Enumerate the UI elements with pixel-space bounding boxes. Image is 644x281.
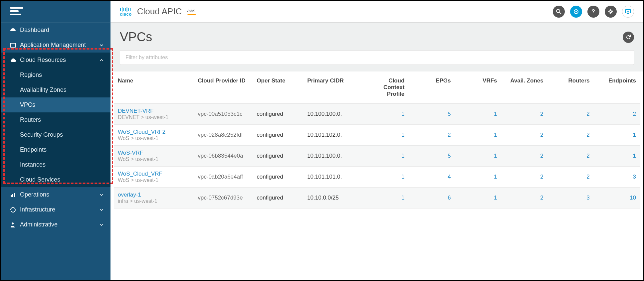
col-cloud-context-profile[interactable]: Cloud Context Profile bbox=[362, 71, 408, 104]
sidebar-item-administrative[interactable]: Administrative bbox=[1, 217, 110, 232]
gear-icon bbox=[608, 9, 613, 14]
vpc-name-link[interactable]: WoS_Cloud_VRF bbox=[118, 171, 190, 177]
cell-oper-state: configured bbox=[253, 104, 303, 125]
cell-endpoints[interactable]: 2 bbox=[594, 104, 640, 125]
cell-provider-id: vpc-00a51053c1c bbox=[194, 104, 253, 125]
chevron-down-icon bbox=[99, 43, 104, 48]
sidebar-sub-vpcs[interactable]: VPCs bbox=[1, 97, 110, 112]
vpc-name-sub: DEVNET > us-west-1 bbox=[118, 114, 190, 120]
cell-routers[interactable]: 2 bbox=[547, 125, 594, 146]
table-wrap: Name Cloud Provider ID Oper State Primar… bbox=[110, 71, 643, 280]
vpc-name-sub: infra > us-west-1 bbox=[118, 198, 190, 204]
sidebar-item-dashboard[interactable]: Dashboard bbox=[1, 23, 110, 38]
sidebar-item-label: Instances bbox=[20, 161, 46, 168]
col-avail-zones[interactable]: Avail. Zones bbox=[501, 71, 547, 104]
filter-input[interactable] bbox=[120, 50, 634, 65]
vpc-name-link[interactable]: overlay-1 bbox=[118, 192, 190, 198]
sidebar-sub-routers[interactable]: Routers bbox=[1, 112, 110, 127]
table-header-row: Name Cloud Provider ID Oper State Primar… bbox=[114, 71, 640, 104]
sidebar-sub-cloud-services[interactable]: Cloud Services bbox=[1, 172, 110, 187]
cell-cloud-ctx[interactable]: 1 bbox=[362, 104, 408, 125]
svg-point-4 bbox=[12, 222, 14, 224]
admin-icon bbox=[10, 222, 20, 228]
col-endpoints[interactable]: Endpoints bbox=[594, 71, 640, 104]
cell-routers[interactable]: 2 bbox=[547, 104, 594, 125]
cell-vrfs[interactable]: 1 bbox=[455, 125, 501, 146]
cell-endpoints[interactable]: 1 bbox=[594, 125, 640, 146]
cell-endpoints[interactable]: 3 bbox=[594, 167, 640, 188]
vpc-name-sub: WoS > us-west-1 bbox=[118, 156, 190, 162]
sidebar-sub-instances[interactable]: Instances bbox=[1, 157, 110, 172]
cell-epgs[interactable]: 5 bbox=[408, 146, 455, 167]
col-oper-state[interactable]: Oper State bbox=[253, 71, 303, 104]
vpc-name-link[interactable]: WoS-VRF bbox=[118, 150, 190, 156]
cell-zones[interactable]: 2 bbox=[501, 146, 547, 167]
svg-rect-12 bbox=[627, 13, 629, 14]
cell-routers[interactable]: 2 bbox=[547, 146, 594, 167]
col-primary-cidr[interactable]: Primary CIDR bbox=[303, 71, 362, 104]
chevron-down-icon bbox=[99, 222, 104, 227]
cell-primary-cidr: 10.101.100.0. bbox=[303, 146, 362, 167]
cell-cloud-ctx[interactable]: 1 bbox=[362, 167, 408, 188]
sidebar-item-cloud-resources[interactable]: Cloud Resources bbox=[1, 53, 110, 68]
cell-epgs[interactable]: 2 bbox=[408, 125, 455, 146]
cell-zones[interactable]: 2 bbox=[501, 104, 547, 125]
vpc-name-link[interactable]: DEVNET-VRF bbox=[118, 108, 190, 114]
search-button[interactable] bbox=[553, 6, 565, 18]
vpc-table: Name Cloud Provider ID Oper State Primar… bbox=[114, 71, 640, 209]
infrastructure-icon bbox=[10, 207, 20, 213]
cell-primary-cidr: 10.10.0.0/25 bbox=[303, 188, 362, 209]
settings-button[interactable] bbox=[605, 6, 617, 18]
sidebar-item-label: Security Groups bbox=[20, 131, 63, 138]
cell-zones[interactable]: 2 bbox=[501, 188, 547, 209]
table-row[interactable]: WoS_Cloud_VRFWoS > us-west-1vpc-0ab20a6e… bbox=[114, 167, 640, 188]
cell-zones[interactable]: 2 bbox=[501, 167, 547, 188]
sidebar-item-operations[interactable]: Operations bbox=[1, 187, 110, 202]
cell-endpoints[interactable]: 1 bbox=[594, 146, 640, 167]
cell-cloud-ctx[interactable]: 1 bbox=[362, 188, 408, 209]
cell-zones[interactable]: 2 bbox=[501, 125, 547, 146]
sidebar-toggle[interactable] bbox=[1, 1, 110, 23]
table-row[interactable]: WoS_Cloud_VRF2WoS > us-west-1vpc-028a8c2… bbox=[114, 125, 640, 146]
refresh-button[interactable] bbox=[623, 32, 634, 43]
col-provider-id[interactable]: Cloud Provider ID bbox=[194, 71, 253, 104]
table-row[interactable]: DEVNET-VRFDEVNET > us-west-1vpc-00a51053… bbox=[114, 104, 640, 125]
cell-epgs[interactable]: 5 bbox=[408, 104, 455, 125]
col-routers[interactable]: Routers bbox=[547, 71, 594, 104]
svg-point-11 bbox=[627, 11, 629, 12]
user-button[interactable] bbox=[622, 6, 634, 18]
vpc-name-link[interactable]: WoS_Cloud_VRF2 bbox=[118, 129, 190, 135]
sidebar-sub-endpoints[interactable]: Endpoints bbox=[1, 142, 110, 157]
sidebar-sub-availability-zones[interactable]: Availability Zones bbox=[1, 82, 110, 97]
sidebar-item-label: Cloud Resources bbox=[20, 57, 99, 64]
cell-endpoints[interactable]: 10 bbox=[594, 188, 640, 209]
cell-cloud-ctx[interactable]: 1 bbox=[362, 146, 408, 167]
table-row[interactable]: overlay-1infra > us-west-1vpc-0752c67d93… bbox=[114, 188, 640, 209]
feedback-button[interactable] bbox=[570, 6, 582, 18]
sidebar-item-label: VPCs bbox=[20, 101, 35, 108]
col-vrfs[interactable]: VRFs bbox=[455, 71, 501, 104]
cell-cloud-ctx[interactable]: 1 bbox=[362, 125, 408, 146]
help-button[interactable]: ? bbox=[587, 6, 599, 18]
cell-provider-id: vpc-0ab20a6e4aff bbox=[194, 167, 253, 188]
sidebar-item-application-management[interactable]: Application Management bbox=[1, 38, 110, 53]
sidebar-sub-security-groups[interactable]: Security Groups bbox=[1, 127, 110, 142]
cell-routers[interactable]: 2 bbox=[547, 167, 594, 188]
table-row[interactable]: WoS-VRFWoS > us-west-1vpc-06b83544e0acon… bbox=[114, 146, 640, 167]
cell-routers[interactable]: 3 bbox=[547, 188, 594, 209]
cell-vrfs[interactable]: 1 bbox=[455, 167, 501, 188]
cell-epgs[interactable]: 6 bbox=[408, 188, 455, 209]
cell-primary-cidr: 10.101.101.0. bbox=[303, 167, 362, 188]
user-icon bbox=[625, 9, 631, 14]
cell-primary-cidr: 10.101.102.0. bbox=[303, 125, 362, 146]
col-epgs[interactable]: EPGs bbox=[408, 71, 455, 104]
sidebar-item-label: Application Management bbox=[20, 42, 99, 49]
cell-vrfs[interactable]: 1 bbox=[455, 188, 501, 209]
sidebar-item-infrastructure[interactable]: Infrastructure bbox=[1, 202, 110, 217]
col-name[interactable]: Name bbox=[114, 71, 194, 104]
sidebar-sub-regions[interactable]: Regions bbox=[1, 68, 110, 82]
cell-primary-cidr: 10.100.100.0. bbox=[303, 104, 362, 125]
cell-vrfs[interactable]: 1 bbox=[455, 104, 501, 125]
cell-epgs[interactable]: 4 bbox=[408, 167, 455, 188]
cell-vrfs[interactable]: 1 bbox=[455, 146, 501, 167]
